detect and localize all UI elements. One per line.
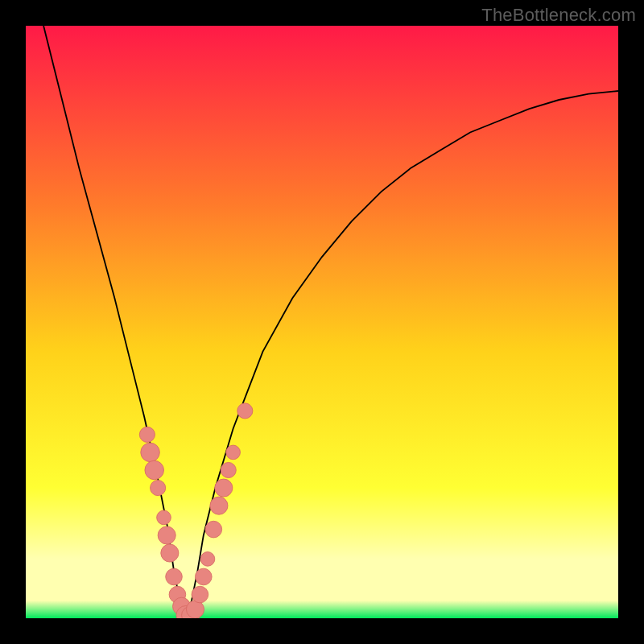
data-marker xyxy=(166,568,183,585)
data-marker xyxy=(210,497,228,514)
data-marker xyxy=(192,586,208,603)
data-marker xyxy=(141,443,160,462)
watermark-text: TheBottleneck.com xyxy=(481,5,636,26)
data-marker xyxy=(200,552,215,567)
data-marker xyxy=(186,601,204,618)
data-marker xyxy=(158,526,175,544)
data-marker xyxy=(157,510,171,525)
data-marker xyxy=(205,521,222,538)
gradient-background xyxy=(26,26,618,618)
chart-frame: TheBottleneck.com xyxy=(0,0,644,644)
plot-area xyxy=(26,26,618,618)
data-marker xyxy=(221,462,236,477)
data-marker xyxy=(215,479,233,497)
data-marker xyxy=(151,481,166,496)
bottleneck-chart xyxy=(26,26,618,618)
data-marker xyxy=(195,568,212,585)
data-marker xyxy=(226,445,241,460)
data-marker xyxy=(139,427,155,442)
data-marker xyxy=(145,460,164,480)
data-marker xyxy=(161,544,179,562)
data-marker xyxy=(237,403,253,419)
